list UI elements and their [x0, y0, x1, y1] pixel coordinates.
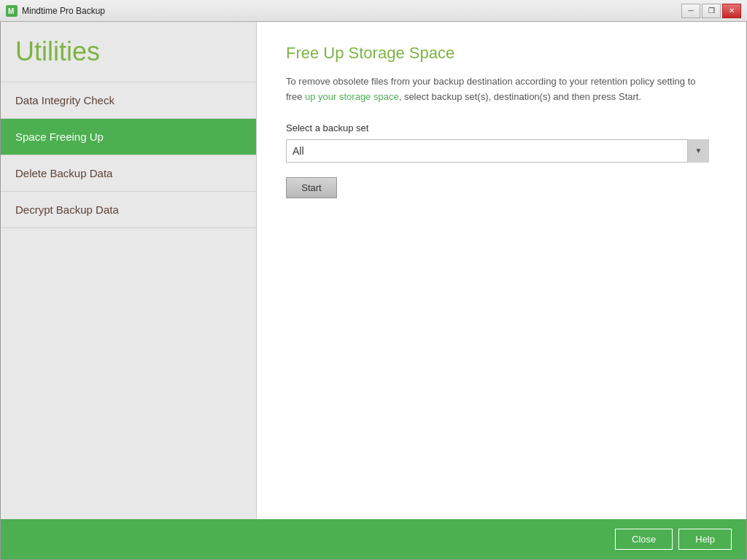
titlebar-title: Mindtime Pro Backup — [22, 6, 105, 16]
page-title: Free Up Storage Space — [286, 44, 717, 63]
backup-set-select[interactable]: All — [286, 139, 709, 163]
backup-set-select-wrapper: All — [286, 139, 709, 163]
sidebar-item-label: Decrypt Backup Data — [15, 203, 119, 216]
close-button[interactable]: Close — [615, 529, 673, 550]
page-description: To remove obsolete files from your backu… — [286, 74, 709, 105]
description-highlight: up your storage space — [305, 91, 399, 102]
sidebar-item-label: Space Freeing Up — [15, 131, 104, 143]
sidebar-title: Utilities — [1, 29, 256, 82]
close-window-button[interactable]: ✕ — [722, 4, 741, 18]
restore-button[interactable]: ❐ — [702, 4, 721, 18]
sidebar-item-data-integrity-check[interactable]: Data Integrity Check — [1, 82, 256, 118]
titlebar-left: M Mindtime Pro Backup — [6, 5, 105, 17]
footer: Close Help — [1, 519, 746, 559]
content-area: Utilities Data Integrity Check Space Fre… — [1, 22, 746, 519]
select-label: Select a backup set — [286, 122, 717, 133]
sidebar-item-space-freeing-up[interactable]: Space Freeing Up — [1, 118, 256, 155]
main-content: Free Up Storage Space To remove obsolete… — [257, 22, 746, 519]
svg-text:M: M — [8, 7, 14, 15]
titlebar-buttons: ─ ❐ ✕ — [681, 4, 741, 18]
sidebar-item-label: Delete Backup Data — [15, 167, 112, 179]
window-body: Utilities Data Integrity Check Space Fre… — [0, 22, 747, 560]
description-text-2: , select backup set(s), destination(s) a… — [399, 91, 641, 102]
sidebar: Utilities Data Integrity Check Space Fre… — [1, 22, 256, 519]
sidebar-item-decrypt-backup-data[interactable]: Decrypt Backup Data — [1, 191, 256, 228]
sidebar-item-label: Data Integrity Check — [15, 94, 115, 106]
sidebar-item-delete-backup-data[interactable]: Delete Backup Data — [1, 155, 256, 191]
app-icon: M — [6, 5, 18, 17]
help-button[interactable]: Help — [678, 529, 732, 550]
start-button[interactable]: Start — [286, 177, 337, 198]
minimize-button[interactable]: ─ — [681, 4, 700, 18]
titlebar: M Mindtime Pro Backup ─ ❐ ✕ — [0, 0, 747, 22]
